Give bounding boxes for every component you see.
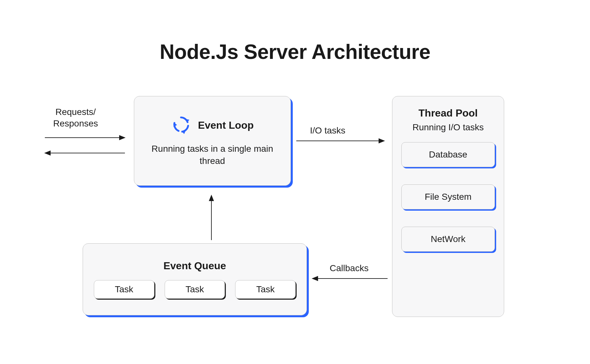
event-queue-tasks: Task Task Task: [94, 280, 296, 299]
pool-item-database: Database: [401, 142, 495, 167]
label-requests-responses: Requests/Responses: [47, 106, 104, 130]
thread-pool-subtitle: Running I/O tasks: [413, 122, 484, 133]
thread-pool-heading: Thread Pool: [419, 107, 478, 119]
task-item: Task: [94, 280, 154, 299]
pool-item-network: NetWork: [401, 227, 495, 252]
event-loop-box: Event Loop Running tasks in a single mai…: [134, 96, 291, 186]
diagram-title: Node.Js Server Architecture: [0, 40, 590, 64]
task-item: Task: [235, 280, 296, 299]
cycle-icon: [171, 115, 191, 136]
event-loop-header: Event Loop: [171, 115, 254, 136]
event-loop-heading: Event Loop: [198, 119, 254, 131]
event-queue-box: Event Queue Task Task Task: [83, 243, 307, 315]
thread-pool-items: Database File System NetWork: [401, 142, 495, 252]
event-queue-heading: Event Queue: [163, 260, 226, 272]
event-loop-description: Running tasks in a single main thread: [143, 143, 282, 167]
pool-item-filesystem: File System: [401, 184, 495, 209]
label-io-tasks: I/O tasks: [300, 125, 355, 136]
thread-pool-box: Thread Pool Running I/O tasks Database F…: [392, 96, 504, 317]
task-item: Task: [165, 280, 225, 299]
label-callbacks: Callbacks: [320, 263, 378, 274]
